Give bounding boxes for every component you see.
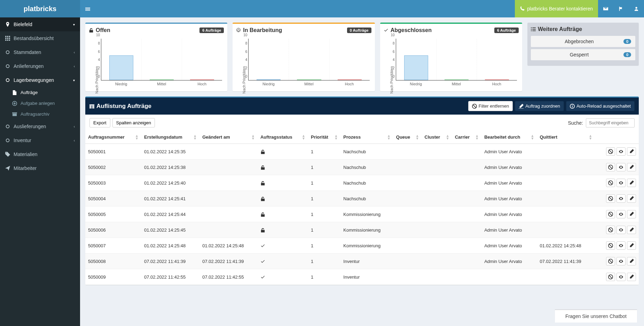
row-view-button[interactable] — [616, 241, 626, 250]
row-edit-button[interactable] — [627, 273, 636, 281]
sidebar-sub-auftragsarchiv[interactable]: Auftragsarchiv — [0, 109, 80, 119]
sort-icon: ▲▼ — [387, 134, 391, 140]
sidebar-sub-aufgabe-anlegen[interactable]: Aufgabe anlegen — [0, 98, 80, 109]
row-view-button[interactable] — [616, 194, 626, 203]
notifications-button[interactable] — [613, 0, 629, 17]
column-header[interactable]: Auftragsstatus▲▼ — [258, 131, 308, 144]
sort-icon: ▲▼ — [475, 134, 479, 140]
row-view-button[interactable] — [616, 273, 626, 281]
sidebar-sub-aufträge[interactable]: Aufträge — [0, 87, 80, 98]
row-edit-button[interactable] — [627, 257, 636, 265]
search-input[interactable] — [586, 118, 635, 127]
circle-icon — [5, 138, 10, 143]
stat-card-offen: Offen6 AufträgeNach Prioritäten0246810Ni… — [85, 23, 227, 91]
table-row[interactable]: 505000401.02.2022 14:25:411NachschubAdmi… — [85, 191, 639, 207]
table-row[interactable]: 505000807.02.2022 11:41:3907.02.2022 11:… — [85, 254, 639, 269]
row-view-button[interactable] — [616, 257, 626, 265]
row-edit-button[interactable] — [627, 241, 636, 250]
site-selector[interactable]: Bielefeld ▾ — [0, 17, 80, 31]
unlock-icon — [89, 28, 94, 33]
chatbot-prompt[interactable]: Fragen Sie unseren Chatbot — [555, 310, 637, 323]
row-view-button[interactable] — [616, 226, 626, 234]
row-edit-button[interactable] — [627, 226, 636, 234]
svg-point-4 — [6, 125, 9, 128]
column-header[interactable]: Prozess▲▼ — [340, 131, 393, 144]
menu-toggle[interactable] — [80, 6, 95, 12]
table-row[interactable]: 505000301.02.2022 14:25:401NachschubAdmi… — [85, 175, 639, 191]
row-view-button[interactable] — [616, 179, 626, 187]
row-cancel-button[interactable] — [606, 241, 615, 250]
auto-reload-button[interactable]: Auto-Reload ausgeschaltet — [566, 101, 635, 111]
column-header[interactable]: Erstellungsdatum▲▼ — [141, 131, 199, 144]
sort-icon: ▲▼ — [416, 134, 419, 140]
extra-row-gesperrt[interactable]: Gesperrt0 — [531, 49, 635, 60]
contact-button[interactable]: platbricks Berater kontaktieren — [515, 0, 598, 17]
sidebar-item-lagerbewegungen[interactable]: Lagerbewegungen▾ — [0, 73, 80, 87]
sidebar-item-anlieferungen[interactable]: Anlieferungen‹ — [0, 59, 80, 73]
mail-button[interactable] — [598, 0, 613, 17]
sort-icon: ▲▼ — [135, 134, 139, 140]
row-view-button[interactable] — [616, 147, 626, 156]
row-edit-button[interactable] — [627, 147, 636, 156]
column-header[interactable]: Queue▲▼ — [393, 131, 422, 144]
sidebar-item-mitarbeiter[interactable]: Mitarbeiter — [0, 161, 80, 175]
sidebar-item-stammdaten[interactable]: Stammdaten‹ — [0, 45, 80, 59]
column-header[interactable]: Bearbeitet durch▲▼ — [481, 131, 537, 144]
table-row[interactable]: 505000701.02.2022 14:25:4801.02.2022 14:… — [85, 238, 639, 254]
table-row[interactable]: 505000201.02.2022 14:25:381NachschubAdmi… — [85, 160, 639, 175]
table-row[interactable]: 505000501.02.2022 14:25:441Kommissionier… — [85, 207, 639, 222]
user-menu-button[interactable] — [629, 0, 644, 17]
sidebar-item-materialien[interactable]: Materialien — [0, 147, 80, 161]
row-edit-button[interactable] — [627, 179, 636, 187]
column-header[interactable]: Cluster▲▼ — [422, 131, 452, 144]
sidebar-item-bestandsübersicht[interactable]: Bestandsübersicht — [0, 31, 80, 45]
row-cancel-button[interactable] — [606, 273, 615, 281]
row-edit-button[interactable] — [627, 194, 636, 203]
row-view-button[interactable] — [616, 163, 626, 171]
sidebar-label: Materialien — [14, 152, 37, 157]
sidebar-item-inventur[interactable]: Inventur‹ — [0, 133, 80, 147]
row-cancel-button[interactable] — [606, 147, 615, 156]
edit-icon — [629, 212, 634, 217]
table-icon — [89, 104, 94, 109]
table-row[interactable]: 505000907.02.2022 11:42:5507.02.2022 11:… — [85, 269, 639, 285]
columns-button[interactable]: Spalten anzeigen — [112, 118, 155, 127]
column-header[interactable]: Carrier▲▼ — [452, 131, 481, 144]
chevron-down-icon: ▾ — [73, 23, 75, 26]
row-cancel-button[interactable] — [606, 257, 615, 265]
remove-filter-button[interactable]: Filter entfernen — [468, 101, 513, 111]
brand-logo[interactable]: platbricks — [0, 0, 80, 17]
row-cancel-button[interactable] — [606, 226, 615, 234]
ban-icon — [608, 274, 613, 279]
table-row[interactable]: 505000101.02.2022 14:25:351NachschubAdmi… — [85, 144, 639, 160]
edit-icon — [629, 149, 634, 154]
column-header[interactable]: Geändert am▲▼ — [199, 131, 258, 144]
sidebar: Bielefeld ▾ BestandsübersichtStammdaten‹… — [0, 17, 80, 326]
row-edit-button[interactable] — [627, 210, 636, 218]
table-row[interactable]: 505000601.02.2022 14:25:451Kommissionier… — [85, 222, 639, 238]
sort-icon: ▲▼ — [589, 134, 592, 140]
export-button[interactable]: Export — [89, 118, 110, 127]
row-cancel-button[interactable] — [606, 210, 615, 218]
row-cancel-button[interactable] — [606, 194, 615, 203]
eye-icon — [619, 196, 623, 201]
count-badge: 0 — [623, 39, 631, 44]
eye-icon — [619, 165, 623, 170]
column-header[interactable] — [595, 131, 639, 144]
row-cancel-button[interactable] — [606, 163, 615, 171]
unlock-icon — [260, 196, 265, 201]
column-header[interactable]: Auftragsnummer▲▼ — [85, 131, 141, 144]
extra-row-abgebrochen[interactable]: Abgebrochen0 — [531, 36, 635, 47]
column-header[interactable]: Quittiert▲▼ — [537, 131, 595, 144]
row-cancel-button[interactable] — [606, 179, 615, 187]
sidebar-item-auslieferungen[interactable]: Auslieferungen‹ — [0, 119, 80, 133]
column-header[interactable]: Priorität▲▼ — [308, 131, 340, 144]
edit-icon — [629, 180, 634, 185]
chevron-down-icon: ▾ — [73, 78, 75, 82]
eye-icon — [619, 180, 623, 185]
row-view-button[interactable] — [616, 210, 626, 218]
circle-icon — [5, 50, 10, 55]
row-edit-button[interactable] — [627, 163, 636, 171]
stat-badge: 0 Aufträge — [347, 28, 371, 33]
assign-order-button[interactable]: Auftrag zuordnen — [515, 101, 564, 111]
